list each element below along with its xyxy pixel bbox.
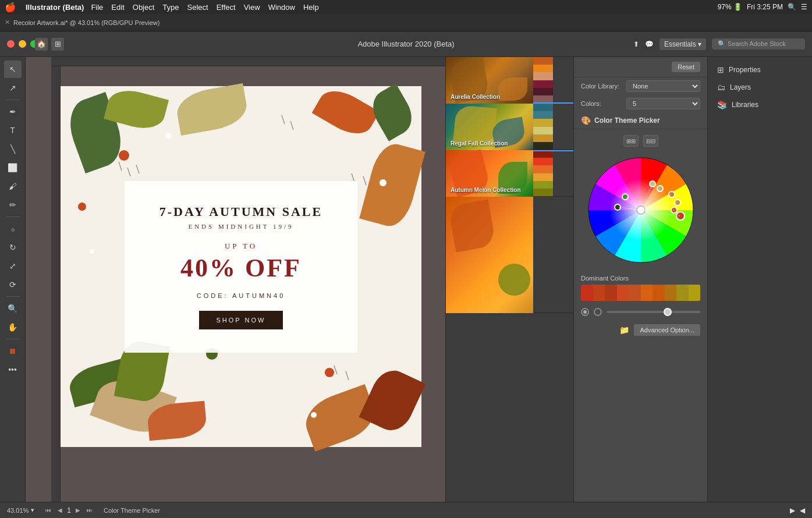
swatch[interactable]	[533, 57, 553, 65]
nav-first[interactable]: ⏮	[44, 506, 53, 515]
home-button[interactable]: 🏠	[35, 38, 48, 51]
swatch[interactable]	[533, 104, 553, 111]
collection-extra	[446, 197, 573, 313]
radio-left[interactable]	[581, 308, 589, 316]
direct-select-tool[interactable]: ↗	[4, 79, 22, 97]
rotate-tool[interactable]: ↻	[4, 239, 22, 256]
swatch[interactable]	[533, 142, 553, 150]
hand-tool[interactable]: ✋	[4, 318, 22, 336]
dominant-swatch[interactable]	[581, 285, 593, 301]
swatch[interactable]	[533, 181, 553, 189]
status-arrow[interactable]: ▶	[790, 506, 795, 515]
status-arrow-back[interactable]: ◀	[800, 506, 805, 515]
type-tool[interactable]: T	[4, 122, 22, 139]
wheel-harmony-btn1[interactable]: ⊞⊞	[623, 135, 639, 147]
color-library-select[interactable]: None	[626, 80, 700, 92]
swatch[interactable]	[533, 165, 553, 173]
dominant-swatch[interactable]	[593, 285, 605, 301]
colors-select[interactable]: 5	[626, 98, 700, 109]
wheel-harmony-btn2[interactable]: ⊟⊟	[643, 135, 658, 147]
more-tools[interactable]: •••	[4, 361, 22, 378]
tab-close[interactable]: ✕	[5, 19, 10, 26]
radio-right[interactable]	[594, 308, 602, 316]
swatch[interactable]	[533, 189, 553, 196]
color-wheel-container[interactable]	[574, 149, 707, 271]
menu-select[interactable]: Select	[187, 3, 208, 12]
collections-panel: Aurelia Collection Regal Fall Collection	[445, 57, 573, 502]
menu-file[interactable]: File	[91, 3, 103, 12]
folder-icon[interactable]: 📁	[619, 325, 629, 335]
minimize-button[interactable]	[19, 40, 26, 48]
rect-tool[interactable]: ⬜	[4, 159, 22, 176]
swatch[interactable]	[533, 119, 553, 126]
color-fill-tool[interactable]: ■	[4, 342, 22, 360]
swatch[interactable]	[533, 72, 553, 80]
swatch[interactable]	[533, 88, 553, 95]
stock-search[interactable]: 🔍 Search Adobe Stock	[712, 38, 805, 49]
swatch[interactable]	[533, 80, 553, 88]
swatch[interactable]	[533, 173, 553, 181]
nav-last[interactable]: ⏭	[85, 506, 94, 515]
sidebar-item-properties[interactable]: ⊞ Properties	[712, 62, 807, 78]
notification-icon[interactable]: ☰	[801, 3, 807, 11]
line-tool[interactable]: ╲	[4, 140, 22, 158]
menu-window[interactable]: Window	[268, 3, 295, 12]
menu-effect[interactable]: Effect	[217, 3, 236, 12]
color-slider[interactable]	[607, 311, 700, 313]
collection-autumn[interactable]: Autumn Melon Collection	[446, 150, 573, 197]
nav-prev[interactable]: ◀	[55, 506, 65, 515]
sidebar-item-layers[interactable]: 🗂 Layers	[712, 79, 807, 95]
zoom-tool[interactable]: 🔍	[4, 300, 22, 317]
dominant-swatch[interactable]	[617, 285, 629, 301]
essentials-button[interactable]: Essentials ▾	[659, 38, 706, 50]
dominant-swatch[interactable]	[641, 285, 653, 301]
color-wheel[interactable]	[586, 155, 696, 265]
dominant-swatch[interactable]	[689, 285, 701, 301]
dominant-swatch[interactable]	[676, 285, 689, 301]
brush-tool[interactable]: 🖌	[4, 178, 22, 195]
pencil-tool[interactable]: ✏	[4, 196, 22, 214]
dominant-swatch[interactable]	[605, 285, 617, 301]
menu-edit[interactable]: Edit	[111, 3, 124, 12]
swatch[interactable]	[533, 111, 553, 119]
close-button[interactable]	[7, 40, 15, 48]
reset-button[interactable]: Reset	[672, 62, 700, 72]
swatch[interactable]	[533, 65, 553, 72]
advanced-option-button[interactable]: Advanced Option...	[634, 324, 700, 336]
nav-next[interactable]: ▶	[73, 506, 83, 515]
layout-button[interactable]: ⊞	[51, 38, 64, 51]
swatch[interactable]	[533, 134, 553, 142]
zoom-dropdown-icon[interactable]: ▾	[31, 506, 34, 514]
swatch[interactable]	[533, 127, 553, 134]
svg-line-1	[127, 168, 130, 176]
canvas-area[interactable]: 7-DAY AUTUMN SALE ENDS MIDNIGHT 19/9 UP …	[26, 57, 445, 502]
dominant-swatches[interactable]	[581, 285, 700, 301]
swatch[interactable]	[533, 158, 553, 165]
scale-tool[interactable]: ⤢	[4, 257, 22, 275]
collection-regal[interactable]: Regal Fall Collection	[446, 104, 573, 150]
apple-menu[interactable]: 🍎	[5, 2, 16, 13]
menu-view[interactable]: View	[244, 3, 260, 12]
svg-line-3	[282, 115, 285, 124]
collection-aurelia[interactable]: Aurelia Collection	[446, 57, 573, 104]
dominant-swatch[interactable]	[629, 285, 641, 301]
zoom-control[interactable]: 43.01% ▾	[7, 506, 34, 514]
swatch[interactable]	[533, 95, 553, 103]
blend-tool[interactable]: ⟳	[4, 276, 22, 293]
select-tool[interactable]: ↖	[4, 61, 22, 78]
menu-type[interactable]: Type	[162, 3, 179, 12]
comment-icon[interactable]: 💬	[645, 40, 654, 48]
dominant-swatch[interactable]	[653, 285, 665, 301]
titlebar-right: ⬆ 💬 Essentials ▾ 🔍 Search Adobe Stock	[633, 38, 805, 50]
dominant-swatch[interactable]	[665, 285, 677, 301]
shop-now-button[interactable]: SHOP NOW	[199, 311, 283, 329]
search-icon[interactable]: 🔍	[788, 3, 796, 11]
eraser-tool[interactable]: ⬦	[4, 220, 22, 237]
sidebar-item-libraries[interactable]: 📚 Libraries	[712, 97, 807, 113]
menu-object[interactable]: Object	[133, 3, 155, 12]
slider-thumb[interactable]	[664, 308, 672, 316]
swatch[interactable]	[533, 150, 553, 158]
menu-help[interactable]: Help	[303, 3, 319, 12]
pen-tool[interactable]: ✒	[4, 103, 22, 120]
sync-icon[interactable]: ⬆	[633, 40, 639, 48]
